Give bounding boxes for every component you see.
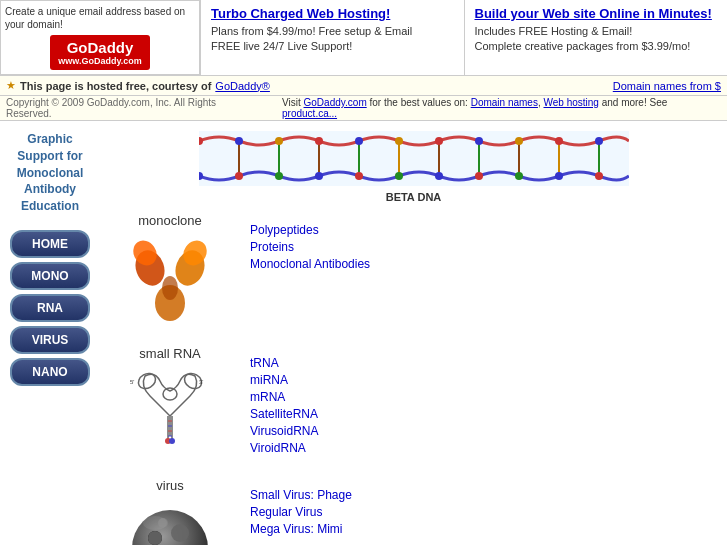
svg-point-54 <box>148 531 162 545</box>
hosting-line1: Plans from $4.99/mo! Free setup & Email <box>211 24 454 39</box>
domain-names-link[interactable]: Domain names from $ <box>613 80 721 92</box>
monoclone-label: monoclone <box>110 213 230 228</box>
svg-point-25 <box>315 172 323 180</box>
svg-point-14 <box>315 137 323 145</box>
build-line2: Complete creative packages from $3.99/mo… <box>475 39 718 54</box>
svg-point-19 <box>515 137 523 145</box>
rna-label: small RNA <box>110 346 230 361</box>
svg-point-18 <box>475 137 483 145</box>
trna-link[interactable]: tRNA <box>250 356 318 370</box>
dna-label: BETA DNA <box>110 191 717 203</box>
virus-section: virus <box>110 478 717 545</box>
copyright-bar: Copyright © 2009 GoDaddy.com, Inc. All R… <box>0 96 727 121</box>
godaddy-ad[interactable]: Create a unique email address based on y… <box>0 0 200 75</box>
web-hosting-link[interactable]: Web hosting <box>544 97 599 108</box>
svg-point-41 <box>163 388 177 400</box>
header-banner: Create a unique email address based on y… <box>0 0 727 76</box>
virus-links: Small Virus: Phage Regular Virus Mega Vi… <box>230 478 352 539</box>
hosted-icon: ★ <box>6 79 16 92</box>
nav-home[interactable]: HOME <box>10 230 90 258</box>
nav-nano[interactable]: NANO <box>10 358 90 386</box>
svg-text:5': 5' <box>130 379 134 385</box>
monoclonal-antibodies-link[interactable]: Monoclonal Antibodies <box>250 257 370 271</box>
proteins-link[interactable]: Proteins <box>250 240 370 254</box>
hosted-text1: This page is hosted free, courtesy of <box>20 80 211 92</box>
svg-point-20 <box>555 137 563 145</box>
svg-point-26 <box>355 172 363 180</box>
rna-image-area: small RNA <box>110 346 230 449</box>
virusoid-rna-link[interactable]: VirusoidRNA <box>250 424 318 438</box>
virus-label: virus <box>110 478 230 493</box>
hosting-ad-desc: Plans from $4.99/mo! Free setup & Email … <box>211 24 454 55</box>
rna-section: small RNA <box>110 346 717 458</box>
copyright-text: Copyright © 2009 GoDaddy.com, Inc. All R… <box>6 97 262 119</box>
svg-point-12 <box>235 137 243 145</box>
small-virus-link[interactable]: Small Virus: Phage <box>250 488 352 502</box>
svg-point-52 <box>132 510 208 545</box>
svg-rect-0 <box>199 131 629 186</box>
monoclone-image-area: monoclone <box>110 213 230 326</box>
svg-point-15 <box>355 137 363 145</box>
svg-point-39 <box>136 370 159 391</box>
svg-text:3': 3' <box>199 379 203 385</box>
dna-image-wrapper: BETA DNA <box>110 131 717 203</box>
svg-point-61 <box>143 516 167 530</box>
svg-point-21 <box>595 137 603 145</box>
satellite-rna-link[interactable]: SatelliteRNA <box>250 407 318 421</box>
svg-point-28 <box>435 172 443 180</box>
product-link[interactable]: product.ca... <box>282 108 337 119</box>
hosting-ad: Turbo Charged Web Hosting! Plans from $4… <box>200 0 464 75</box>
build-ad: Build your Web site Online in Minutes! I… <box>464 0 728 75</box>
svg-point-24 <box>275 172 283 180</box>
godaddy-logo-name: GoDaddy <box>58 39 142 56</box>
monoclone-links: Polypeptides Proteins Monoclonal Antibod… <box>230 213 370 274</box>
monoclone-section: monoclone Polypeptides Proteins Monoclon… <box>110 213 717 326</box>
svg-point-49 <box>169 438 175 444</box>
viroid-rna-link[interactable]: ViroidRNA <box>250 441 318 455</box>
virus-image <box>125 498 215 545</box>
svg-point-29 <box>475 172 483 180</box>
svg-point-32 <box>595 172 603 180</box>
godaddy-logo-box[interactable]: GoDaddy www.GoDaddy.com <box>50 35 150 70</box>
svg-point-13 <box>275 137 283 145</box>
build-line1: Includes FREE Hosting & Email! <box>475 24 718 39</box>
polypeptides-link[interactable]: Polypeptides <box>250 223 370 237</box>
hosted-left: ★ This page is hosted free, courtesy of … <box>6 79 270 92</box>
virus-image-area: virus <box>110 478 230 545</box>
godaddy-ad-text: Create a unique email address based on y… <box>5 5 195 31</box>
dna-image <box>199 131 629 186</box>
svg-point-38 <box>162 276 178 300</box>
regular-virus-link[interactable]: Regular Virus <box>250 505 352 519</box>
mega-virus-link[interactable]: Mega Virus: Mimi <box>250 522 352 536</box>
godaddy-logo-url: www.GoDaddy.com <box>58 56 142 66</box>
domain-names-link2[interactable]: Domain names <box>471 97 538 108</box>
svg-point-17 <box>435 137 443 145</box>
svg-point-55 <box>171 524 189 542</box>
build-ad-desc: Includes FREE Hosting & Email! Complete … <box>475 24 718 55</box>
antibody-image <box>125 233 215 323</box>
hosting-line2: FREE live 24/7 Live Support! <box>211 39 454 54</box>
godaddy-hosted-link[interactable]: GoDaddy® <box>215 80 270 92</box>
rna-image: 5' 3' <box>125 366 215 446</box>
svg-point-31 <box>555 172 563 180</box>
main-content: Graphic Support for Monoclonal Antibody … <box>0 121 727 545</box>
hosted-bar: ★ This page is hosted free, courtesy of … <box>0 76 727 96</box>
nav-mono[interactable]: MONO <box>10 262 90 290</box>
content-area: BETA DNA monoclone Polypeptides Proteins <box>100 121 727 545</box>
godaddy-visit-link[interactable]: GoDaddy.com <box>304 97 367 108</box>
svg-point-16 <box>395 137 403 145</box>
rna-links: tRNA miRNA mRNA SatelliteRNA VirusoidRNA… <box>230 346 318 458</box>
copyright-center: Visit GoDaddy.com for the best values on… <box>282 97 721 119</box>
sidebar: Graphic Support for Monoclonal Antibody … <box>0 121 100 545</box>
nav-virus[interactable]: VIRUS <box>10 326 90 354</box>
build-ad-title[interactable]: Build your Web site Online in Minutes! <box>475 6 718 21</box>
sidebar-title: Graphic Support for Monoclonal Antibody … <box>5 131 95 215</box>
mirna-link[interactable]: miRNA <box>250 373 318 387</box>
svg-point-27 <box>395 172 403 180</box>
mrna-link[interactable]: mRNA <box>250 390 318 404</box>
svg-point-30 <box>515 172 523 180</box>
hosting-ad-title[interactable]: Turbo Charged Web Hosting! <box>211 6 454 21</box>
svg-point-23 <box>235 172 243 180</box>
nav-rna[interactable]: RNA <box>10 294 90 322</box>
